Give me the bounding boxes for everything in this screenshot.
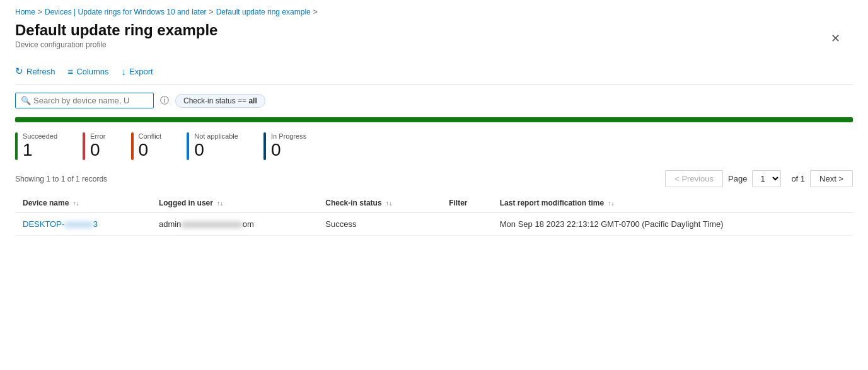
stat-label: Conflict <box>139 132 162 140</box>
previous-button[interactable]: < Previous <box>665 170 723 187</box>
stat-bar <box>15 132 18 160</box>
columns-icon: ≡ <box>68 66 74 77</box>
columns-button[interactable]: ≡ Columns <box>68 64 109 79</box>
device-name-blurred: xxxxxxx <box>64 219 93 229</box>
page-title: Default update ring example <box>15 21 853 39</box>
header: Default update ring example Device confi… <box>15 21 853 49</box>
breadcrumb-sep3: > <box>313 8 318 16</box>
breadcrumb-devices[interactable]: Devices | Update rings for Windows 10 an… <box>45 8 207 16</box>
page-subtitle: Device configuration profile <box>15 40 853 49</box>
page-select[interactable]: 1 <box>752 170 781 187</box>
stat-value: 0 <box>271 141 306 159</box>
sort-icon: ↑↓ <box>386 200 392 207</box>
stat-bar <box>83 132 85 160</box>
breadcrumb-current[interactable]: Default update ring example <box>216 8 311 16</box>
breadcrumb-home[interactable]: Home <box>15 8 35 16</box>
refresh-button[interactable]: ↻ Refresh <box>15 63 55 79</box>
filter-bar: 🔍 ⓘ Check-in status == all <box>15 93 853 108</box>
stat-value: 0 <box>139 141 162 159</box>
stat-bar <box>131 132 134 160</box>
search-icon: 🔍 <box>21 96 31 105</box>
stat-item-conflict: Conflict 0 <box>131 132 162 160</box>
data-table: Device name ↑↓Logged in user ↑↓Check-in … <box>15 194 853 236</box>
export-icon: ↓ <box>122 66 127 77</box>
col-filter: Filter <box>441 194 492 213</box>
user-blurred: xxxxxxxxxxxxxxx <box>181 219 243 229</box>
sort-icon: ↑↓ <box>217 200 223 207</box>
logged-in-user-cell: adminxxxxxxxxxxxxxxxom <box>151 213 318 236</box>
breadcrumb-sep2: > <box>209 8 214 16</box>
filter-cell <box>441 213 492 236</box>
table-row: DESKTOP-xxxxxxx3 adminxxxxxxxxxxxxxxxom … <box>15 213 853 236</box>
export-button[interactable]: ↓ Export <box>122 64 153 79</box>
stat-label: Not applicable <box>194 132 238 140</box>
of-label: of 1 <box>791 174 805 183</box>
sort-icon: ↑↓ <box>73 200 79 207</box>
refresh-icon: ↻ <box>15 66 23 77</box>
progress-bar <box>15 117 853 122</box>
stat-item-succeeded: Succeeded 1 <box>15 132 57 160</box>
stat-bar <box>187 132 189 160</box>
filter-pill[interactable]: Check-in status == all <box>175 94 265 108</box>
records-bar: Showing 1 to 1 of 1 records < Previous P… <box>15 170 853 187</box>
stat-value: 0 <box>90 141 105 159</box>
stat-label: Succeeded <box>23 132 57 140</box>
stat-item-error: Error 0 <box>83 132 105 160</box>
stats-row: Succeeded 1 Error 0 Conflict 0 Not appli… <box>15 132 853 160</box>
toolbar: ↻ Refresh ≡ Columns ↓ Export <box>15 58 853 85</box>
checkin-status-cell: Success <box>318 213 441 236</box>
pagination: < Previous Page 1 of 1 Next > <box>665 170 853 187</box>
breadcrumb: Home > Devices | Update rings for Window… <box>15 8 853 16</box>
info-icon[interactable]: ⓘ <box>160 95 169 107</box>
close-button[interactable]: ✕ <box>831 32 840 45</box>
stat-item-in-progress: In Progress 0 <box>263 132 306 160</box>
last-report-cell: Mon Sep 18 2023 22:13:12 GMT-0700 (Pacif… <box>492 213 853 236</box>
stat-value: 1 <box>23 141 57 159</box>
breadcrumb-sep1: > <box>38 8 42 16</box>
device-link[interactable]: DESKTOP-xxxxxxx3 <box>23 219 98 229</box>
stat-label: Error <box>90 132 105 140</box>
stat-bar <box>263 132 266 160</box>
device-name-cell: DESKTOP-xxxxxxx3 <box>15 213 151 236</box>
stat-item-not-applicable: Not applicable 0 <box>187 132 238 160</box>
sort-icon: ↑↓ <box>608 200 614 207</box>
stat-label: In Progress <box>271 132 306 140</box>
table-header: Device name ↑↓Logged in user ↑↓Check-in … <box>15 194 853 213</box>
col-last-report-modification-time[interactable]: Last report modification time ↑↓ <box>492 194 853 213</box>
col-device-name[interactable]: Device name ↑↓ <box>15 194 151 213</box>
stat-value: 0 <box>194 141 238 159</box>
next-button[interactable]: Next > <box>810 170 853 187</box>
page-label: Page <box>728 174 747 183</box>
records-text: Showing 1 to 1 of 1 records <box>15 175 107 183</box>
search-input[interactable] <box>33 96 148 105</box>
col-check-in-status[interactable]: Check-in status ↑↓ <box>318 194 441 213</box>
filter-value: all <box>246 96 257 105</box>
col-logged-in-user[interactable]: Logged in user ↑↓ <box>151 194 318 213</box>
search-box[interactable]: 🔍 <box>15 93 154 108</box>
